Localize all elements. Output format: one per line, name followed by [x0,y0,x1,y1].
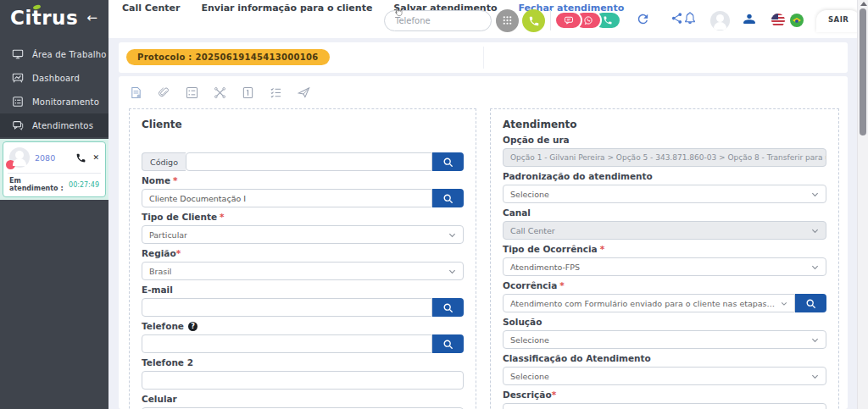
document-icon [130,86,142,99]
sidebar-menu: Área de Trabalho Dashboard Monitoramento… [0,42,108,137]
regiao-label: Região [142,248,176,259]
cliente-title: Cliente [142,119,464,130]
monitoring-icon [12,96,24,108]
br-flag-icon[interactable] [790,14,804,27]
monitor-icon [12,48,24,60]
checklist-button[interactable] [269,86,282,100]
cliente-panel: Cliente Código Nome* Tipo de Cliente* [129,108,476,409]
mouse-cursor [395,8,407,26]
descricao-textarea[interactable] [503,403,826,409]
vertical-scrollbar[interactable] [857,0,868,409]
canal-select: Call Center [503,221,826,240]
padronizacao-label: Padronização do atendimento [503,171,653,182]
share-icon [670,12,683,25]
sidebar-item-label: Dashboard [32,74,80,83]
sidebar-item-area-de-trabalho[interactable]: Área de Trabalho [0,42,108,66]
search-icon [442,193,453,204]
telefone2-input[interactable] [142,371,464,390]
celular-label: Celular [142,394,177,405]
attachment-button[interactable] [157,86,170,100]
telefone-search-button[interactable] [432,334,464,353]
sidebar-item-atendimentos[interactable]: Atendimentos [0,113,108,137]
sidebar-item-dashboard[interactable]: Dashboard [0,66,108,90]
close-call-icon[interactable]: ✕ [92,153,99,162]
tipo-cliente-select[interactable]: Particular [142,225,464,244]
notifications-button[interactable] [683,11,697,28]
regiao-select[interactable]: Brasil [142,262,464,280]
field-tipo-ocorrencia: Tipo de Ocorrência* Atendimento-FPS [503,244,826,276]
field-telefone: Telefone? [142,321,464,353]
ura-value: Opção 1 - Gilvani Pereira > Opção 5 - 34… [503,148,826,167]
codigo-search-button[interactable] [432,152,464,171]
ocorrencia-search-button[interactable] [795,294,826,312]
sidebar-item-label: Atendimentos [32,121,93,130]
email-search-button[interactable] [432,298,464,317]
bell-icon [683,11,697,25]
ocorrencia-select[interactable]: Atendimento com Formulário enviado para … [503,294,795,312]
classificacao-select[interactable]: Selecione [503,367,826,385]
required-asterisk: * [220,212,225,223]
dialpad-button[interactable] [496,9,519,32]
send-button[interactable] [297,86,310,100]
field-codigo: Código [142,152,464,171]
telefone2-label: Telefone 2 [142,357,193,368]
canal-label: Canal [503,207,531,218]
extension-number: 2080 [35,153,70,163]
search-icon [442,157,453,168]
dashboard-icon [12,72,24,84]
help-icon[interactable]: ? [188,322,198,331]
tipo-ocorrencia-select[interactable]: Atendimento-FPS [503,257,826,276]
chat-channel-button[interactable] [554,11,582,30]
required-asterisk: * [173,175,178,186]
share-button[interactable] [670,12,683,28]
nav-call-center[interactable]: Call Center [122,3,180,14]
classificacao-label: Classificação do Atendimento [503,353,651,364]
call-status-label: Em atendimento : [9,177,69,192]
document-button[interactable] [129,86,142,100]
divider [8,173,101,174]
whatsapp-pill-icon [583,15,593,25]
call-timer: 00:27:49 [69,181,99,189]
phone-pill-icon [603,15,613,25]
codigo-prepend-label: Código [142,152,186,171]
list-button[interactable] [185,86,198,100]
padronizacao-select[interactable]: Selecione [503,185,826,203]
codigo-input[interactable] [186,152,432,171]
dialpad-icon [502,15,513,26]
us-flag-icon[interactable] [771,14,785,27]
agent-profile-button[interactable] [743,12,756,29]
citrus-logo: Citrus [10,7,78,29]
call-button[interactable] [522,9,545,32]
chevron-down-icon [811,263,819,271]
presence-dot [6,160,15,169]
collapse-sidebar-arrow[interactable]: ← [86,10,97,25]
sync-button[interactable] [636,12,650,30]
protocol-badge: Protocolo : 20250619145413000106 [126,49,330,65]
telefone-label: Telefone [142,321,184,332]
nome-input[interactable] [142,189,432,207]
nome-search-button[interactable] [432,189,464,207]
scrollbar-thumb[interactable] [860,8,866,135]
nav-enviar-informacao[interactable]: Enviar informação para o cliente [201,3,372,14]
call-card: 2080 ✕ Em atendimento : 00:27:49 [3,141,106,197]
email-input[interactable] [142,298,432,317]
split-button[interactable] [213,86,226,100]
chevron-down-icon [811,336,819,344]
field-padronizacao: Padronização do atendimento Selecione [503,171,826,203]
chat-icon [12,119,24,131]
box-number-button[interactable] [241,86,254,100]
logout-button[interactable]: SAIR [816,10,860,32]
user-avatar[interactable] [710,11,730,30]
telefone-input[interactable] [142,334,432,353]
field-nome: Nome* [142,175,464,207]
scrollbar-up-arrow[interactable] [860,2,867,6]
agent-avatar [9,147,30,168]
divider [550,10,551,30]
required-asterisk: * [600,244,605,255]
solucao-select[interactable]: Selecione [503,330,826,349]
phone-icon[interactable] [75,152,86,163]
send-icon [298,86,310,99]
field-descricao: Descrição* [503,390,826,409]
sidebar-item-monitoramento[interactable]: Monitoramento [0,90,108,113]
attachment-icon [158,86,170,99]
